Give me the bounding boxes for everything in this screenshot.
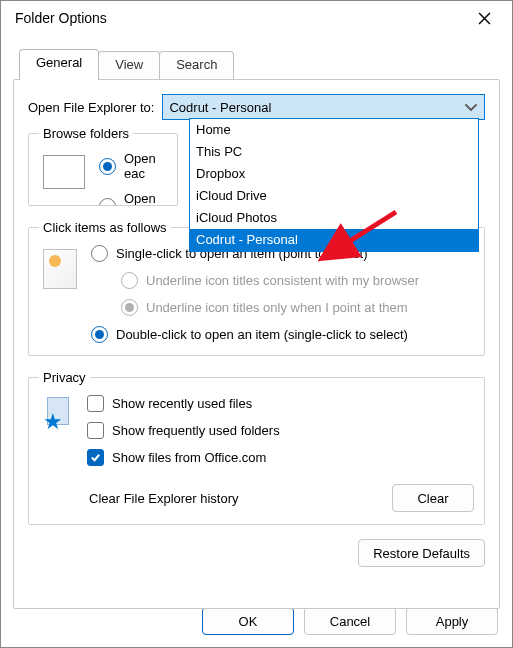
cancel-button[interactable]: Cancel <box>304 607 396 635</box>
document-click-icon <box>43 249 77 289</box>
group-privacy-legend: Privacy <box>39 370 90 385</box>
dropdown-item[interactable]: iCloud Drive <box>190 185 478 207</box>
chk-frequent-folders[interactable]: Show frequently used folders <box>87 422 474 439</box>
titlebar: Folder Options <box>1 1 512 35</box>
tab-view[interactable]: View <box>98 51 160 79</box>
radio-label: Open eac <box>124 191 167 206</box>
radio-double-click[interactable]: Double-click to open an item (single-cli… <box>91 326 474 343</box>
checkbox-icon <box>87 422 104 439</box>
dropdown-item[interactable]: Dropbox <box>190 163 478 185</box>
radio-underline-point: Underline icon titles only when I point … <box>121 299 474 316</box>
radio-icon <box>91 326 108 343</box>
apply-button[interactable]: Apply <box>406 607 498 635</box>
tab-search[interactable]: Search <box>159 51 234 79</box>
chk-office[interactable]: Show files from Office.com <box>87 449 474 466</box>
dropdown-item-selected[interactable]: Codrut - Personal <box>190 229 478 251</box>
radio-label: Underline icon titles only when I point … <box>146 300 408 315</box>
radio-icon <box>91 245 108 262</box>
checkbox-icon <box>87 449 104 466</box>
chevron-down-icon <box>464 100 478 114</box>
window-title: Folder Options <box>15 10 464 26</box>
folder-icon <box>43 155 85 189</box>
privacy-icon: ★ <box>43 397 77 437</box>
ok-button[interactable]: OK <box>202 607 294 635</box>
restore-defaults-button[interactable]: Restore Defaults <box>358 539 485 567</box>
open-explorer-label: Open File Explorer to: <box>28 100 154 115</box>
chk-label: Show frequently used folders <box>112 423 280 438</box>
group-browse-folders: Browse folders Open eac Open eac <box>28 126 178 206</box>
group-click-legend: Click items as follows <box>39 220 171 235</box>
clear-button[interactable]: Clear <box>392 484 474 512</box>
radio-label: Underline icon titles consistent with my… <box>146 273 419 288</box>
tab-general[interactable]: General <box>19 49 99 80</box>
radio-icon <box>99 158 116 175</box>
radio-icon <box>121 299 138 316</box>
radio-label: Open eac <box>124 151 167 181</box>
checkbox-icon <box>87 395 104 412</box>
group-privacy: Privacy ★ Show recently used files Show … <box>28 370 485 525</box>
radio-icon <box>121 272 138 289</box>
group-browse-legend: Browse folders <box>39 126 133 141</box>
open-explorer-row: Open File Explorer to: Codrut - Personal <box>28 94 485 120</box>
dropdown-item[interactable]: Home <box>190 119 478 141</box>
tabstrip: General View Search <box>19 49 512 79</box>
radio-label: Double-click to open an item (single-cli… <box>116 327 408 342</box>
clear-history-label: Clear File Explorer history <box>89 491 380 506</box>
dialog-button-row: OK Cancel Apply <box>202 607 498 635</box>
chk-label: Show recently used files <box>112 396 252 411</box>
radio-icon <box>99 198 116 207</box>
chk-label: Show files from Office.com <box>112 450 266 465</box>
combo-selected-value: Codrut - Personal <box>169 100 271 115</box>
radio-underline-browser: Underline icon titles consistent with my… <box>121 272 474 289</box>
tab-panel-general: Open File Explorer to: Codrut - Personal… <box>13 79 500 609</box>
radio-same-window[interactable]: Open eac <box>99 151 167 181</box>
dropdown-item[interactable]: This PC <box>190 141 478 163</box>
open-explorer-dropdown[interactable]: Home This PC Dropbox iCloud Drive iCloud… <box>189 118 479 252</box>
radio-own-window[interactable]: Open eac <box>99 191 167 206</box>
chk-recent-files[interactable]: Show recently used files <box>87 395 474 412</box>
open-explorer-combo[interactable]: Codrut - Personal <box>162 94 485 120</box>
close-icon[interactable] <box>464 3 504 33</box>
dropdown-item[interactable]: iCloud Photos <box>190 207 478 229</box>
